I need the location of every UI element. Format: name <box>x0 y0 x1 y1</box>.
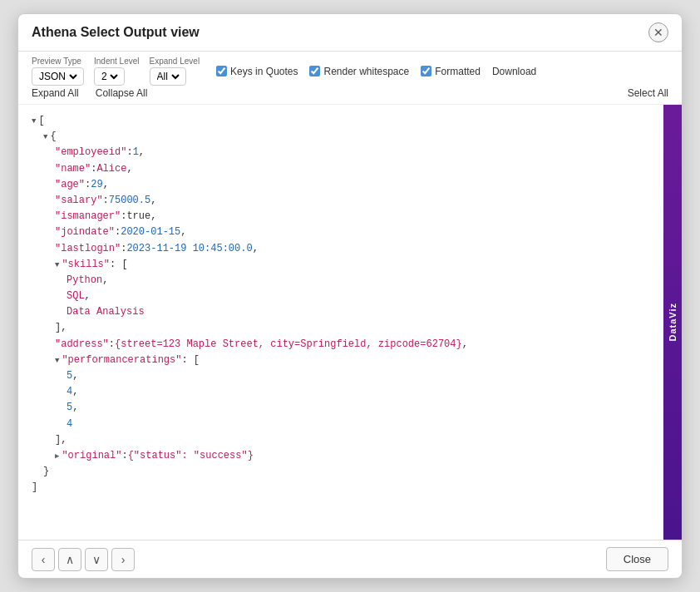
list-item: ] <box>32 480 650 496</box>
dataviz-label: DataViz <box>668 303 678 342</box>
list-item: ▼ "skills" : [ <box>32 257 650 273</box>
select-all-button[interactable]: Select All <box>628 87 668 99</box>
collapse-all-button[interactable]: Collapse All <box>96 87 148 99</box>
dataviz-sidebar[interactable]: DataViz <box>663 105 682 540</box>
json-viewer: ▼ [ ▼ { "employeeid" : 1 , "name" : Alic… <box>18 105 663 540</box>
list-item: "name" : Alice , <box>32 161 650 177</box>
list-item: ▶ "original" : {"status": "success"} <box>32 448 650 464</box>
list-item: ▼ [ <box>32 113 650 129</box>
list-item: "age" : 29 , <box>32 177 650 193</box>
list-item: SQL , <box>32 289 650 304</box>
list-item: ▼ { <box>32 129 650 145</box>
preview-type-label: Preview Type <box>32 57 81 66</box>
render-whitespace-checkbox[interactable]: Render whitespace <box>309 66 409 77</box>
list-item: 4 , <box>32 384 650 400</box>
keys-in-quotes-label: Keys in Quotes <box>230 66 298 77</box>
list-item: "ismanager" : true , <box>32 209 650 224</box>
indent-level-group: Indent Level 2 4 <box>94 57 140 86</box>
nav-next-button[interactable]: › <box>111 548 135 571</box>
expand-level-dropdown[interactable]: All 1 2 3 <box>154 70 182 83</box>
list-item: Data Analysis <box>32 304 650 320</box>
preview-type-dropdown[interactable]: JSON TEXT <box>36 70 80 83</box>
collapse-icon[interactable]: ▼ <box>32 116 36 127</box>
modal-title: Athena Select Output view <box>32 25 200 40</box>
nav-up-button[interactable]: ∧ <box>58 548 81 571</box>
indent-level-select[interactable]: 2 4 <box>94 67 125 86</box>
list-item: "joindate" : 2020-01-15 , <box>32 224 650 240</box>
formatted-label: Formatted <box>435 66 481 77</box>
expand-all-button[interactable]: Expand All <box>32 87 79 99</box>
nav-buttons: ‹ ∧ ∨ › <box>32 548 135 571</box>
indent-level-dropdown[interactable]: 2 4 <box>98 70 121 83</box>
list-item: "salary" : 75000.5 , <box>32 193 650 209</box>
formatted-checkbox[interactable]: Formatted <box>421 66 481 77</box>
render-whitespace-label: Render whitespace <box>323 66 409 77</box>
download-link[interactable]: Download <box>492 66 536 77</box>
formatted-input[interactable] <box>421 66 431 76</box>
list-item: "lastlogin" : 2023-11-19 10:45:00.0 , <box>32 241 650 257</box>
collapse-icon[interactable]: ▼ <box>55 259 59 271</box>
modal-container: Athena Select Output view ✕ Preview Type… <box>17 13 683 579</box>
preview-type-group: Preview Type JSON TEXT <box>32 57 84 86</box>
list-item: 5 , <box>32 400 650 416</box>
main-content: ▼ [ ▼ { "employeeid" : 1 , "name" : Alic… <box>18 105 682 540</box>
toolbar: Preview Type JSON TEXT Indent Level 2 4 <box>18 52 682 105</box>
expand-icon[interactable]: ▶ <box>55 451 59 462</box>
footer: ‹ ∧ ∨ › Close <box>18 540 682 578</box>
indent-level-label: Indent Level <box>94 57 140 66</box>
list-item: Python , <box>32 273 650 289</box>
modal-close-button[interactable]: ✕ <box>648 22 668 42</box>
list-item: ▼ "performanceratings" : [ <box>32 353 650 368</box>
expand-level-select[interactable]: All 1 2 3 <box>150 67 186 86</box>
keys-in-quotes-checkbox[interactable]: Keys in Quotes <box>216 66 298 77</box>
collapse-icon[interactable]: ▼ <box>55 355 59 367</box>
nav-down-button[interactable]: ∨ <box>85 548 108 571</box>
modal-header: Athena Select Output view ✕ <box>18 14 682 52</box>
expand-level-group: Expand Level All 1 2 3 <box>150 57 200 86</box>
list-item: 4 <box>32 417 650 432</box>
nav-prev-prev-button[interactable]: ‹ <box>32 548 55 571</box>
render-whitespace-input[interactable] <box>309 66 320 76</box>
list-item: } <box>32 464 650 480</box>
list-item: ], <box>32 320 650 336</box>
list-item: ], <box>32 432 650 448</box>
expand-level-label: Expand Level <box>150 57 200 66</box>
checkboxes-group: Keys in Quotes Render whitespace Formatt… <box>216 66 536 77</box>
keys-in-quotes-input[interactable] <box>216 66 227 76</box>
list-item: 5 , <box>32 368 650 384</box>
preview-type-select[interactable]: JSON TEXT <box>32 67 84 86</box>
collapse-icon[interactable]: ▼ <box>43 131 47 143</box>
close-footer-button[interactable]: Close <box>606 547 668 571</box>
list-item: "address" : {street=123 Maple Street, ci… <box>32 337 650 353</box>
list-item: "employeeid" : 1 , <box>32 145 650 160</box>
